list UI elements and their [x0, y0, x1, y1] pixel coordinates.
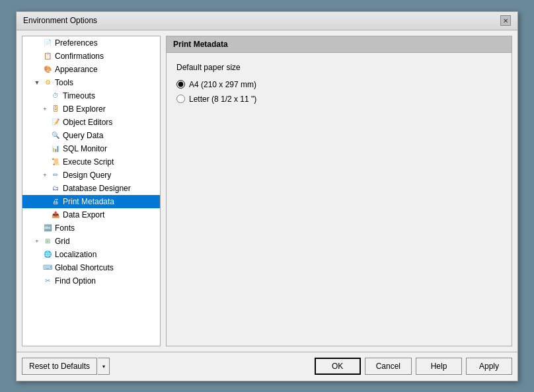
expand-icon-localization — [33, 251, 41, 258]
tree-item-tools[interactable]: ▼ ⚙ Tools — [22, 76, 160, 89]
label-timeouts: Timeouts — [63, 91, 95, 100]
expand-icon-dbdesigner — [41, 184, 49, 192]
tree-item-appearance[interactable]: 🎨 Appearance — [22, 63, 160, 76]
expand-icon-confirmations — [33, 52, 41, 60]
label-dataexport: Data Export — [63, 210, 104, 219]
expand-icon-designquery: + — [41, 171, 49, 179]
label-preferences: Preferences — [55, 38, 98, 48]
expand-icon-findoption — [33, 277, 41, 285]
label-sqlmonitor: SQL Monitor — [63, 144, 107, 153]
expand-icon-timeouts — [41, 92, 49, 100]
icon-confirmations: 📋 — [42, 51, 53, 61]
tree-item-sqlmonitor[interactable]: 📊 SQL Monitor — [22, 142, 160, 155]
tree-item-execscript[interactable]: 📜 Execute Script — [22, 155, 160, 169]
icon-dataexport: 📤 — [50, 210, 61, 220]
expand-icon-querydata — [41, 132, 49, 139]
icon-dbexplorer: 🗄 — [50, 104, 61, 114]
content-header: Print Metadata — [167, 36, 512, 53]
tree-item-querydata[interactable]: 🔍 Query Data — [22, 129, 160, 142]
content-panel: Print Metadata Default paper size A4 (21… — [166, 36, 512, 346]
reset-dropdown-button[interactable]: ▾ — [98, 358, 110, 375]
label-globalshortcuts: Global Shortcuts — [55, 263, 114, 272]
footer-left: Reset to Defaults ▾ — [22, 358, 110, 375]
label-designquery: Design Query — [63, 171, 111, 180]
radio-label-a4: A4 (210 x 297 mm) — [189, 80, 256, 89]
label-dbexplorer: DB Explorer — [63, 104, 106, 114]
tree-item-fonts[interactable]: 🔤 Fonts — [22, 221, 160, 235]
expand-icon-objeditors — [41, 118, 49, 126]
title-bar: Environment Options ✕ — [17, 12, 517, 30]
label-printmeta: Print Metadata — [63, 197, 114, 206]
label-objeditors: Object Editors — [63, 118, 112, 127]
tree-item-grid[interactable]: + ⊞ Grid — [22, 235, 160, 248]
expand-icon-execscript — [41, 158, 49, 166]
label-findoption: Find Option — [55, 276, 96, 286]
label-dbdesigner: Database Designer — [63, 184, 131, 193]
expand-icon-tools: ▼ — [33, 79, 41, 87]
expand-icon-dataexport — [41, 211, 49, 219]
label-execscript: Execute Script — [63, 157, 114, 167]
icon-dbdesigner: 🗂 — [50, 183, 61, 194]
expand-icon-fonts — [33, 224, 41, 232]
tree-panel: 📄 Preferences 📋 Confirmations 🎨 Appearan… — [22, 36, 161, 346]
icon-grid: ⊞ — [42, 236, 53, 247]
radio-group-paper-size: A4 (210 x 297 mm) Letter (8 1/2 x 11 ") — [176, 80, 502, 104]
icon-timeouts: ⏱ — [50, 91, 61, 101]
tree-item-preferences[interactable]: 📄 Preferences — [22, 36, 160, 50]
expand-icon-printmeta — [41, 198, 49, 206]
label-grid: Grid — [55, 237, 70, 246]
icon-globalshortcuts: ⌨ — [42, 262, 53, 273]
expand-icon-globalshortcuts — [33, 264, 41, 272]
label-tools: Tools — [55, 78, 73, 87]
label-querydata: Query Data — [63, 131, 103, 140]
expand-icon-sqlmonitor — [41, 145, 49, 153]
tree-item-dbexplorer[interactable]: + 🗄 DB Explorer — [22, 102, 160, 116]
dialog-title: Environment Options — [23, 16, 97, 25]
icon-sqlmonitor: 📊 — [50, 143, 61, 154]
close-button[interactable]: ✕ — [500, 15, 511, 26]
icon-objeditors: 📝 — [50, 117, 61, 128]
expand-icon-preferences — [33, 39, 41, 47]
apply-button[interactable]: Apply — [466, 358, 512, 375]
tree-item-dbdesigner[interactable]: 🗂 Database Designer — [22, 182, 160, 195]
radio-item-a4[interactable]: A4 (210 x 297 mm) — [176, 80, 502, 89]
dialog-body: 📄 Preferences 📋 Confirmations 🎨 Appearan… — [17, 30, 517, 352]
tree-item-objeditors[interactable]: 📝 Object Editors — [22, 116, 160, 129]
tree-item-designquery[interactable]: + ✏ Design Query — [22, 169, 160, 182]
icon-designquery: ✏ — [50, 170, 61, 180]
radio-letter[interactable] — [176, 95, 185, 103]
tree-item-timeouts[interactable]: ⏱ Timeouts — [22, 89, 160, 102]
section-label: Default paper size — [176, 63, 502, 72]
icon-execscript: 📜 — [50, 157, 61, 167]
radio-a4[interactable] — [176, 80, 185, 89]
expand-icon-appearance — [33, 65, 41, 73]
radio-item-letter[interactable]: Letter (8 1/2 x 11 ") — [176, 95, 502, 104]
dialog-footer: Reset to Defaults ▾ OK Cancel Help Apply — [17, 352, 517, 381]
ok-button[interactable]: OK — [315, 358, 361, 375]
tree-item-findoption[interactable]: ✂ Find Option — [22, 274, 160, 288]
tree-item-confirmations[interactable]: 📋 Confirmations — [22, 50, 160, 63]
icon-printmeta: 🖨 — [50, 196, 61, 207]
tree-item-globalshortcuts[interactable]: ⌨ Global Shortcuts — [22, 261, 160, 274]
content-body: Default paper size A4 (210 x 297 mm) Let… — [167, 53, 512, 346]
label-appearance: Appearance — [55, 65, 98, 74]
tree-item-dataexport[interactable]: 📤 Data Export — [22, 208, 160, 221]
label-confirmations: Confirmations — [55, 52, 104, 61]
icon-tools: ⚙ — [42, 77, 53, 88]
label-localization: Localization — [55, 250, 96, 259]
dropdown-arrow-icon: ▾ — [102, 364, 105, 370]
icon-fonts: 🔤 — [42, 223, 53, 233]
footer-right: OK Cancel Help Apply — [315, 358, 512, 375]
label-fonts: Fonts — [55, 223, 75, 233]
icon-querydata: 🔍 — [50, 130, 61, 141]
help-button[interactable]: Help — [416, 358, 462, 375]
expand-icon-grid: + — [33, 237, 41, 245]
cancel-button[interactable]: Cancel — [365, 358, 412, 375]
reset-to-defaults-button[interactable]: Reset to Defaults — [22, 358, 97, 375]
icon-localization: 🌐 — [42, 249, 53, 260]
radio-label-letter: Letter (8 1/2 x 11 ") — [189, 95, 256, 104]
tree-item-printmeta[interactable]: 🖨 Print Metadata — [22, 195, 160, 208]
tree-item-localization[interactable]: 🌐 Localization — [22, 248, 160, 261]
icon-appearance: 🎨 — [42, 64, 53, 75]
expand-icon-dbexplorer: + — [41, 105, 49, 113]
